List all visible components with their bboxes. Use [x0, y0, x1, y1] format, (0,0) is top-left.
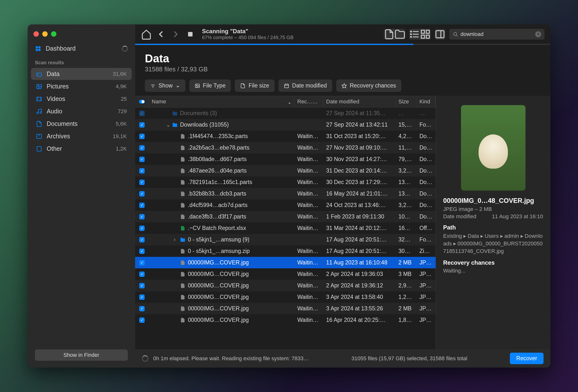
disclosure-icon[interactable]: ⌄: [166, 121, 170, 128]
row-filename: 00000IMG…COVER.jpg: [188, 282, 249, 289]
minimize-window-button[interactable]: [42, 31, 48, 37]
footer-spinner-icon: [142, 355, 148, 362]
disclosure-icon[interactable]: ›: [174, 236, 178, 243]
table-row[interactable]: ✓ .782191a1c…165c1.parts Waiting... 30 D…: [135, 176, 435, 188]
file-type-filter-button[interactable]: File Type: [189, 79, 231, 92]
recovery-filter-button[interactable]: Recovery chances: [336, 79, 401, 92]
sidebar-item-data[interactable]: Data31,6K: [31, 68, 132, 80]
table-row[interactable]: ✓ 00000IMG…COVER.jpg Waiting... 3 Apr 20…: [135, 291, 435, 303]
table-row[interactable]: ✓ ⌄ Downloads (31055) 27 Sep 2024 at 13:…: [135, 119, 435, 131]
back-button[interactable]: [156, 29, 166, 40]
sidebar-item-pictures[interactable]: Pictures4,9K: [31, 80, 132, 92]
footer: 0h 1m elapsed. Please wait. Reading exis…: [135, 349, 550, 368]
toolbar: Scanning "Data" 67% complete – 450 094 f…: [135, 24, 550, 44]
xlsx-icon: [180, 226, 186, 231]
row-name-cell: ⌄ Downloads (31055): [149, 121, 294, 128]
table-row[interactable]: ✓ .b32b8b33…dcb3.parts Waiting... 16 May…: [135, 188, 435, 199]
grid-view-button[interactable]: [420, 29, 431, 40]
row-recovery: Waiting...: [294, 133, 323, 140]
column-date[interactable]: Date modified: [323, 96, 395, 107]
table-row[interactable]: ✓ 00000IMG…COVER.jpg Waiting... 3 Apr 20…: [135, 303, 435, 314]
table-row[interactable]: ✓ .38b08ade…d667.parts Waiting... 30 Nov…: [135, 153, 435, 165]
maximize-window-button[interactable]: [51, 31, 56, 37]
recover-button[interactable]: Recover: [510, 353, 544, 364]
sidebar-item-other[interactable]: Other1,2K: [31, 143, 132, 155]
list-view-button[interactable]: [409, 29, 420, 40]
table-row[interactable]: ✓ .1f445474…2353c.parts Waiting... 31 Oc…: [135, 131, 435, 142]
row-filename: 00000IMG…COVER.jpg: [188, 317, 249, 323]
row-checkbox[interactable]: ✓: [135, 203, 149, 208]
file-icon: [180, 306, 186, 311]
show-in-finder-button[interactable]: Show in Finder: [35, 349, 128, 361]
row-checkbox[interactable]: ✓: [135, 260, 149, 265]
file-icon-button[interactable]: [384, 29, 394, 40]
table-row[interactable]: ✓ Documents (3) 27 Sep 2024 at 11:35… … …: [135, 107, 435, 119]
table-row[interactable]: ✓ .487aee26…d04e.parts Waiting... 31 Dec…: [135, 165, 435, 176]
file-icon: [180, 145, 186, 150]
row-checkbox[interactable]: ✓: [135, 180, 149, 185]
table-row[interactable]: ✓ .2a2b5ac3…ebe78.parts Waiting... 27 No…: [135, 142, 435, 153]
table-row[interactable]: ✓ 00000IMG…COVER.jpg Waiting... 2 Apr 20…: [135, 280, 435, 291]
home-button[interactable]: [141, 29, 152, 40]
file-icon: [180, 294, 186, 300]
file-size-filter-button[interactable]: File size: [235, 79, 274, 92]
svg-rect-15: [37, 147, 41, 151]
row-checkbox[interactable]: ✓: [135, 237, 149, 243]
row-checkbox[interactable]: ✓: [135, 168, 149, 174]
row-kind: Do…: [417, 167, 435, 174]
show-filter-button[interactable]: Show: [145, 79, 186, 92]
row-checkbox[interactable]: ✓: [135, 306, 149, 311]
row-checkbox[interactable]: ✓: [135, 272, 149, 277]
row-checkbox[interactable]: ✓: [135, 214, 149, 219]
forward-button[interactable]: [170, 29, 181, 40]
row-name-cell: 0 - s5kjn1_…amsung.zip: [149, 248, 294, 254]
row-checkbox[interactable]: ✓: [135, 294, 149, 300]
row-name-cell: .~CV Batch Report.xlsx: [149, 225, 294, 231]
row-recovery: Waiting...: [294, 213, 323, 220]
stop-button[interactable]: [185, 29, 196, 40]
row-checkbox[interactable]: ✓: [135, 283, 149, 288]
row-checkbox[interactable]: ✓: [135, 317, 149, 323]
svg-point-21: [411, 34, 412, 35]
row-recovery: Waiting...: [294, 305, 323, 312]
table-row[interactable]: ✓ 00000IMG…COVER.jpg Waiting... 11 Aug 2…: [135, 257, 435, 268]
search-input[interactable]: [461, 31, 533, 37]
column-size[interactable]: Size: [395, 96, 417, 107]
search-box[interactable]: ✕: [449, 29, 544, 40]
table-row[interactable]: ✓ 00000IMG…COVER.jpg Waiting... 2 Apr 20…: [135, 268, 435, 280]
table-row[interactable]: ✓ 00000IMG…COVER.jpg Waiting... 16 Apr 2…: [135, 314, 435, 326]
svg-point-22: [411, 36, 412, 37]
row-filename: 0 - s5kjn1_…amsung.zip: [188, 248, 250, 254]
select-all-toggle[interactable]: [135, 96, 149, 107]
close-window-button[interactable]: [34, 31, 39, 37]
folder-icon-button[interactable]: [394, 29, 405, 40]
row-checkbox[interactable]: ✓: [135, 111, 149, 116]
column-recovery[interactable]: Rec…nces: [294, 96, 323, 107]
table-body[interactable]: ✓ Documents (3) 27 Sep 2024 at 11:35… … …: [135, 107, 435, 349]
row-checkbox[interactable]: ✓: [135, 122, 149, 128]
table-row[interactable]: ✓ .dace3fb3…d3f17.parts Waiting... 1 Feb…: [135, 211, 435, 222]
table-row[interactable]: ✓ › 0 - s5kjn1_…amsung (9) 17 Aug 2024 a…: [135, 234, 435, 245]
table-row[interactable]: ✓ 0 - s5kjn1_…amsung.zip Waiting... 17 A…: [135, 245, 435, 257]
clear-search-button[interactable]: ✕: [535, 31, 541, 37]
column-kind[interactable]: Kind: [417, 96, 435, 107]
archive-icon: [36, 133, 42, 140]
sidebar-item-archives[interactable]: Archives19,1K: [31, 130, 132, 142]
sidebar-item-videos[interactable]: Videos25: [31, 93, 132, 105]
table-row[interactable]: ✓ .~CV Batch Report.xlsx Waiting... 31 M…: [135, 222, 435, 234]
sidebar-item-audio[interactable]: Audio729: [31, 105, 132, 117]
row-checkbox[interactable]: ✓: [135, 226, 149, 231]
row-date: 30 Nov 2023 at 14:27:…: [323, 156, 395, 162]
date-filter-button[interactable]: Date modified: [279, 79, 332, 92]
sidebar-item-documents[interactable]: Documents5,6K: [31, 118, 132, 130]
row-checkbox[interactable]: ✓: [135, 191, 149, 196]
toggle-preview-button[interactable]: [434, 29, 445, 40]
row-checkbox[interactable]: ✓: [135, 157, 149, 162]
row-checkbox[interactable]: ✓: [135, 145, 149, 150]
column-name[interactable]: Name: [149, 96, 294, 107]
row-checkbox[interactable]: ✓: [135, 134, 149, 139]
dashboard-item[interactable]: Dashboard: [28, 42, 135, 55]
preview-filename: 00000IMG_0…48_COVER.jpg: [443, 197, 543, 204]
row-checkbox[interactable]: ✓: [135, 248, 149, 254]
table-row[interactable]: ✓ .d4cf5994…acb7d.parts Waiting... 24 Oc…: [135, 199, 435, 211]
